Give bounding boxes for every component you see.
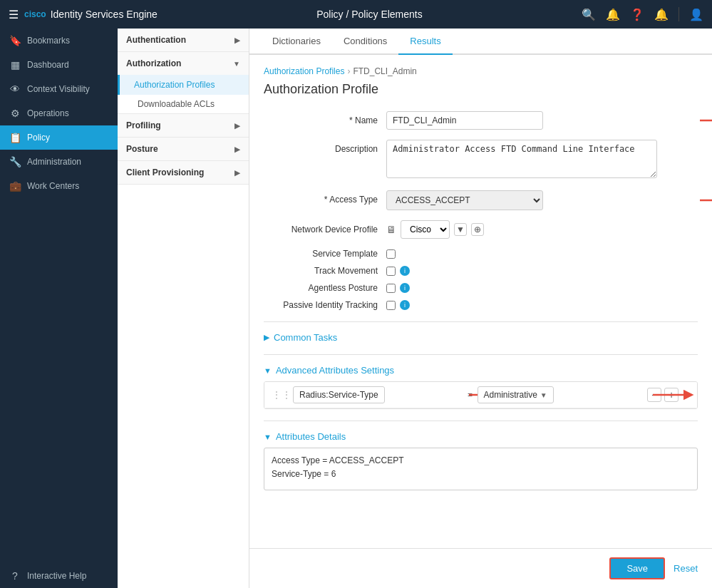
passive-identity-info-icon[interactable]: i [400, 300, 410, 310]
sidebar-item-work-centers[interactable]: 💼 Work Centers [0, 174, 118, 198]
section-profiling-label: Profiling [126, 120, 161, 130]
reset-link[interactable]: Reset [674, 563, 698, 574]
breadcrumb: Authorization Profiles › FTD_CLI_Admin [264, 66, 698, 76]
app-layout: 🔖 Bookmarks ▦ Dashboard 👁 Context Visibi… [0, 29, 712, 588]
name-input[interactable] [386, 111, 543, 130]
sidebar-item-policy[interactable]: 📋 Policy [0, 125, 118, 150]
policy-icon: 📋 [9, 132, 21, 143]
advanced-attributes-label: Advanced Attributes Settings [276, 365, 394, 376]
attr-value-chevron-icon: ▼ [540, 391, 547, 399]
save-button[interactable]: Save [609, 557, 665, 579]
section-profiling: Profiling ▶ [118, 114, 249, 138]
nav-authorization-profiles[interactable]: Authorization Profiles [118, 75, 249, 95]
tab-conditions[interactable]: Conditions [332, 29, 398, 55]
description-textarea[interactable]: Administrator Access FTD Command Line In… [386, 140, 657, 178]
advanced-attributes-table: ⋮⋮ Radius:Service-Type [264, 381, 698, 409]
common-tasks-label: Common Tasks [274, 332, 337, 343]
content-footer: Save Reset [249, 548, 712, 588]
access-type-select[interactable]: ACCESS_ACCEPT [386, 190, 543, 210]
agentless-posture-info-icon[interactable]: i [400, 283, 410, 293]
access-type-label: * Access Type [264, 190, 378, 205]
section-authorization-header[interactable]: Authorization ▼ [118, 52, 249, 75]
authorization-chevron-icon: ▼ [233, 60, 240, 68]
sidebar-label-interactive-help: Interactive Help [27, 571, 86, 581]
section-authentication-label: Authentication [126, 35, 186, 45]
hamburger-icon[interactable]: ☰ [9, 8, 19, 21]
sidebar-item-context-visibility[interactable]: 👁 Context Visibility [0, 77, 118, 101]
section-authentication: Authentication ▶ [118, 29, 249, 52]
form-row-access-type: * Access Type ACCESS_ACCEPT [264, 190, 698, 210]
section-client-provisioning: Client Provisioning ▶ [118, 161, 249, 185]
client-provisioning-chevron-icon: ▶ [234, 169, 240, 177]
sidebar-item-administration[interactable]: 🔧 Administration [0, 150, 118, 174]
common-tasks-header[interactable]: ▶ Common Tasks [264, 332, 698, 343]
ndp-select[interactable]: Cisco [401, 220, 450, 239]
drag-handle-icon[interactable]: ⋮⋮ [272, 389, 293, 401]
bell-icon[interactable]: 🔔 [606, 8, 620, 21]
section-posture-label: Posture [126, 144, 158, 154]
nav-downloadable-acls[interactable]: Downloadable ACLs [118, 95, 249, 113]
administration-icon: 🔧 [9, 156, 21, 167]
form-row-description: Description Administrator Access FTD Com… [264, 140, 698, 180]
section-client-provisioning-header[interactable]: Client Provisioning ▶ [118, 161, 249, 184]
form-row-name: * Name [264, 111, 698, 130]
authentication-chevron-icon: ▶ [234, 36, 240, 44]
form-row-ndp: Network Device Profile 🖥 Cisco ▼ ⊕ [264, 220, 698, 239]
breadcrumb-parent[interactable]: Authorization Profiles [264, 66, 344, 76]
section-profiling-header[interactable]: Profiling ▶ [118, 114, 249, 137]
track-movement-info-icon[interactable]: i [400, 266, 410, 276]
attributes-details-header[interactable]: ▼ Attributes Details [264, 431, 698, 442]
breadcrumb-current: FTD_CLI_Admin [353, 66, 416, 76]
row-track-movement: Track Movement i [264, 266, 698, 276]
tab-dictionaries[interactable]: Dictionaries [261, 29, 332, 55]
sidebar-label-dashboard: Dashboard [27, 60, 69, 70]
breadcrumb-separator: › [347, 66, 350, 76]
common-tasks-chevron-icon: ▶ [264, 333, 269, 342]
search-icon[interactable]: 🔍 [582, 8, 596, 21]
cisco-logo: cisco [24, 9, 46, 19]
tabs-bar: Dictionaries Conditions Results [249, 29, 712, 55]
sidebar-item-dashboard[interactable]: ▦ Dashboard [0, 53, 118, 77]
attr-details-chevron-icon: ▼ [264, 433, 272, 441]
track-movement-checkbox[interactable] [386, 267, 396, 276]
tab-results[interactable]: Results [398, 29, 452, 55]
user-icon[interactable]: 👤 [689, 8, 703, 21]
page-title: Authorization Profile [264, 82, 698, 97]
dashboard-icon: ▦ [9, 59, 21, 71]
service-template-checkbox[interactable] [386, 249, 396, 259]
ndp-field: 🖥 Cisco ▼ ⊕ [386, 220, 686, 239]
passive-identity-checkbox[interactable] [386, 301, 396, 310]
sidebar-label-administration: Administration [27, 157, 81, 167]
section-authentication-header[interactable]: Authentication ▶ [118, 29, 249, 51]
attr-name-text: Radius:Service-Type [299, 390, 378, 400]
app-name: Identity Services Engine [51, 9, 158, 20]
service-template-label: Service Template [264, 249, 378, 259]
advanced-attributes-header[interactable]: ▼ Advanced Attributes Settings [264, 365, 698, 376]
name-field [386, 111, 686, 130]
ndp-chevron-icon[interactable]: ▼ [454, 223, 467, 236]
section-posture-header[interactable]: Posture ▶ [118, 138, 249, 160]
section-common-tasks: ▶ Common Tasks [264, 321, 698, 343]
sidebar-item-bookmarks[interactable]: 🔖 Bookmarks [0, 29, 118, 53]
sidebar-label-work-centers: Work Centers [27, 181, 79, 191]
agentless-posture-field: i [386, 283, 410, 293]
help-circle-icon[interactable]: ❓ [630, 8, 644, 21]
second-panel: Authentication ▶ Authorization ▼ Authori… [118, 29, 249, 588]
advanced-attr-row: ⋮⋮ Radius:Service-Type [264, 382, 697, 408]
attr-name-display: Radius:Service-Type [293, 386, 385, 403]
sidebar-item-operations[interactable]: ⚙ Operations [0, 101, 118, 125]
nav-divider [679, 7, 679, 21]
sidebar-label-operations: Operations [27, 108, 69, 118]
section-posture: Posture ▶ [118, 138, 249, 161]
section-authorization: Authorization ▼ Authorization Profiles D… [118, 52, 249, 114]
posture-chevron-icon: ▶ [234, 145, 240, 153]
agentless-posture-checkbox[interactable] [386, 284, 396, 293]
passive-identity-field: i [386, 300, 410, 310]
alert-icon[interactable]: 🔔 [654, 8, 669, 21]
ndp-label: Network Device Profile [264, 220, 378, 234]
sidebar-item-interactive-help[interactable]: ? Interactive Help [0, 564, 118, 588]
profiling-chevron-icon: ▶ [234, 122, 240, 130]
sidebar-label-policy: Policy [27, 133, 50, 143]
section-authorization-label: Authorization [126, 58, 181, 68]
ndp-add-button[interactable]: ⊕ [471, 223, 484, 236]
